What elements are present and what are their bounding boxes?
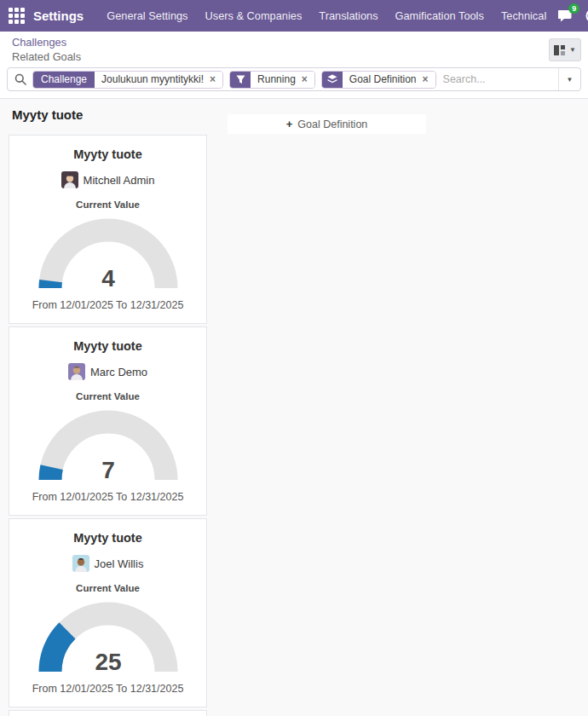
gauge-value: 25 bbox=[95, 649, 121, 675]
messages-button[interactable]: 9 bbox=[554, 5, 576, 27]
user-avatar bbox=[72, 555, 89, 572]
control-panel: Challenges Related Goals ▼ Challenge Jou… bbox=[0, 32, 588, 99]
current-value-label: Current Value bbox=[9, 199, 206, 211]
menu-gamification-tools[interactable]: Gamification Tools bbox=[388, 6, 492, 26]
gauge-value: 7 bbox=[101, 457, 115, 483]
user-avatar bbox=[61, 171, 78, 188]
gauge-chart: 7 bbox=[37, 408, 179, 483]
top-navbar: Settings General SettingsUsers & Compani… bbox=[0, 0, 588, 32]
menu-users-companies[interactable]: Users & Companies bbox=[198, 6, 310, 26]
menu-technical[interactable]: Technical bbox=[493, 6, 554, 26]
goal-date-range: From 12/01/2025 To 12/31/2025 bbox=[9, 491, 206, 504]
goal-date-range: From 12/01/2025 To 12/31/2025 bbox=[9, 299, 206, 312]
navbar-menus: General SettingsUsers & CompaniesTransla… bbox=[99, 6, 554, 26]
caret-down-icon: ▼ bbox=[567, 76, 574, 84]
goal-user-name: Mitchell Admin bbox=[84, 174, 155, 187]
facet-value: Joulukuun myyntitykki! bbox=[101, 73, 204, 85]
systray: 9 10 bbox=[554, 5, 588, 27]
goal-title: Myyty tuote bbox=[9, 147, 206, 162]
facet-remove-icon[interactable]: × bbox=[423, 73, 429, 85]
apps-grid-icon[interactable] bbox=[9, 7, 25, 26]
goal-user-name: Joel Willis bbox=[95, 557, 144, 570]
layers-icon bbox=[327, 74, 337, 84]
facet-field-label: Challenge bbox=[33, 72, 95, 88]
search-facet-filter: Running × bbox=[229, 71, 315, 89]
search-bar: Challenge Joulukuun myyntitykki! × Runni… bbox=[7, 67, 581, 91]
goal-card[interactable]: Myyty tuote Joel Willis Current Value 25… bbox=[9, 518, 207, 707]
goal-title: Myyty tuote bbox=[9, 338, 206, 354]
gauge-chart: 25 bbox=[37, 600, 179, 675]
goal-card-partial[interactable] bbox=[9, 710, 207, 716]
menu-general-settings[interactable]: General Settings bbox=[99, 6, 195, 26]
search-options-toggle[interactable]: ▼ bbox=[558, 68, 580, 90]
kanban-view-icon bbox=[554, 45, 565, 55]
filter-icon bbox=[236, 75, 245, 84]
goal-date-range: From 12/01/2025 To 12/31/2025 bbox=[9, 683, 206, 696]
add-column-label: Goal Definition bbox=[297, 118, 367, 130]
search-input[interactable] bbox=[436, 73, 558, 85]
gauge-chart: 4 bbox=[37, 217, 179, 292]
kanban-column-myyty-tuote: Myyty tuote Myyty tuote Mitchell Admin C… bbox=[9, 107, 207, 716]
kanban-view: Myyty tuote Myyty tuote Mitchell Admin C… bbox=[0, 99, 588, 716]
activities-button[interactable]: 10 bbox=[581, 5, 588, 27]
app-name[interactable]: Settings bbox=[33, 9, 84, 23]
add-column-button[interactable]: + Goal Definition bbox=[228, 114, 426, 134]
caret-down-icon: ▼ bbox=[569, 46, 576, 54]
current-value-label: Current Value bbox=[9, 582, 206, 594]
search-facet-challenge: Challenge Joulukuun myyntitykki! × bbox=[32, 71, 223, 89]
messages-badge: 9 bbox=[568, 3, 579, 14]
page-title: Related Goals bbox=[12, 49, 81, 64]
goal-card[interactable]: Myyty tuote Mitchell Admin Current Value… bbox=[9, 135, 207, 324]
breadcrumb-parent[interactable]: Challenges bbox=[12, 36, 81, 49]
goal-card[interactable]: Myyty tuote Marc Demo Current Value 7 Fr… bbox=[9, 326, 207, 516]
search-facet-groupby: Goal Definition × bbox=[321, 71, 436, 89]
menu-translations[interactable]: Translations bbox=[311, 6, 385, 26]
gauge-value: 4 bbox=[101, 265, 115, 292]
breadcrumb: Challenges Related Goals bbox=[12, 36, 81, 64]
facet-value: Goal Definition bbox=[349, 73, 417, 85]
facet-value: Running bbox=[257, 73, 296, 85]
goal-user-name: Marc Demo bbox=[90, 366, 147, 378]
current-value-label: Current Value bbox=[9, 390, 206, 402]
plus-icon: + bbox=[286, 118, 293, 130]
facet-remove-icon[interactable]: × bbox=[302, 73, 308, 85]
column-title: Myyty tuote bbox=[12, 107, 207, 123]
goal-title: Myyty tuote bbox=[9, 530, 206, 546]
card-list: Myyty tuote Mitchell Admin Current Value… bbox=[9, 135, 207, 716]
search-icon bbox=[14, 73, 26, 85]
user-avatar bbox=[68, 363, 85, 380]
view-switcher-button[interactable]: ▼ bbox=[549, 38, 581, 61]
facet-remove-icon[interactable]: × bbox=[210, 73, 216, 85]
